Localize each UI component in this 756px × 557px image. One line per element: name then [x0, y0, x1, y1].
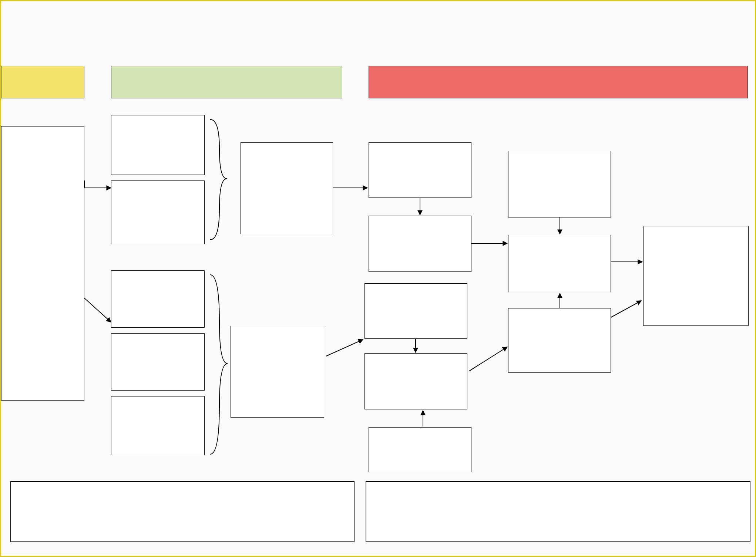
header-bar-left [1, 66, 84, 98]
col3-box-bot [231, 326, 324, 418]
col2-box-b [111, 180, 205, 244]
col4-box-a [369, 142, 471, 198]
col2-box-a [111, 115, 205, 175]
header-bar-middle [111, 66, 342, 98]
col1-box [1, 126, 84, 401]
diagram-canvas [0, 0, 756, 557]
col4-box-b [369, 216, 471, 272]
header-bar-right [369, 66, 748, 98]
svg-line-9 [469, 347, 507, 371]
svg-line-10 [611, 301, 641, 317]
bottom-box-left [10, 481, 355, 542]
col6-box [643, 226, 749, 326]
col2-box-e [111, 396, 205, 455]
col4-box-e [369, 427, 471, 472]
col5-box-mid [508, 235, 611, 292]
col2-box-d [111, 333, 205, 391]
bottom-box-right [366, 481, 750, 542]
col3-box-top [241, 142, 333, 234]
col5-box-bot [508, 308, 611, 373]
col4-box-c [364, 283, 467, 339]
col4-box-d [364, 353, 467, 409]
svg-line-6 [326, 340, 363, 356]
col5-box-top [508, 151, 611, 217]
col2-box-c [111, 270, 205, 328]
